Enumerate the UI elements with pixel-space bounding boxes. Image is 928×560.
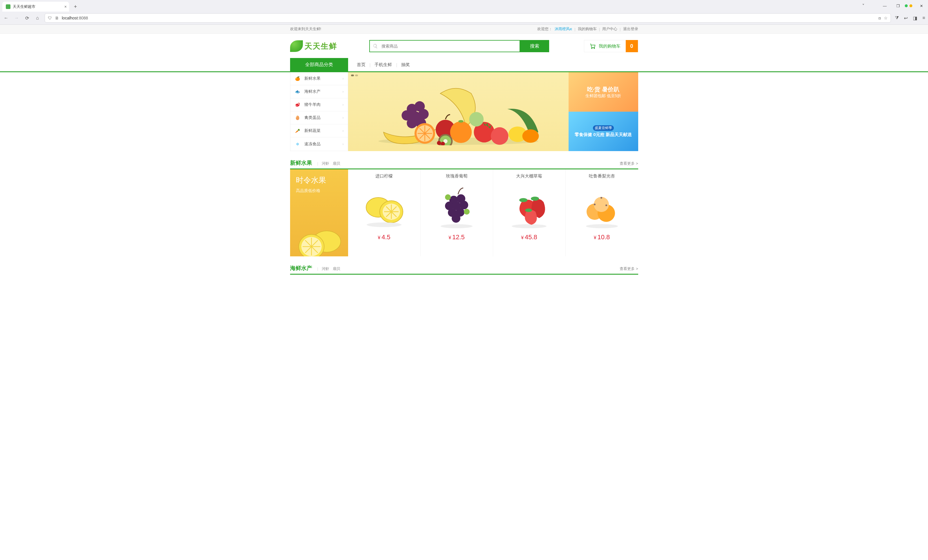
section-sub: | 河虾 扇贝 bbox=[317, 161, 340, 166]
tabs-dropdown-icon[interactable]: ˅ bbox=[860, 3, 867, 9]
chevron-right-icon: › bbox=[343, 103, 344, 107]
svg-point-64 bbox=[605, 204, 607, 206]
cart-button[interactable]: 我的购物车 bbox=[584, 43, 626, 49]
address-bar[interactable]: 🛡 🗎 localhost:8088 ⧈ ☆ bbox=[45, 13, 891, 23]
svg-point-1 bbox=[594, 48, 595, 49]
nav-reload-icon[interactable]: ⟳ bbox=[24, 15, 30, 21]
cart-count-badge: 0 bbox=[626, 40, 638, 52]
tab-title: 天天生鲜超市 bbox=[13, 4, 35, 9]
section-title: 新鲜水果 bbox=[290, 159, 312, 167]
svg-point-59 bbox=[586, 224, 618, 228]
tab-bar: 天天生鲜超市 × + ˅ — ❐ ✕ bbox=[0, 0, 928, 12]
search-icon bbox=[373, 44, 378, 49]
svg-point-8 bbox=[407, 118, 417, 128]
sep: | bbox=[574, 27, 575, 31]
window-minimize-button[interactable]: — bbox=[878, 0, 891, 12]
my-cart-link[interactable]: 我的购物车 bbox=[578, 26, 597, 32]
category-list: 🍊新鲜水果›🐟海鲜水产›🥩猪牛羊肉›🥚禽类蛋品›🥕新鲜蔬菜›❄速冻食品› bbox=[290, 72, 348, 151]
section-feature[interactable]: 时令水果 高品质低价格 bbox=[290, 169, 348, 256]
product-image bbox=[506, 184, 553, 230]
category-icon: 🐟 bbox=[295, 89, 301, 95]
section-seafood: 海鲜水产 | 河虾 扇贝 查看更多 > bbox=[290, 264, 638, 275]
svg-point-56 bbox=[519, 198, 527, 202]
utility-bar: 欢迎来到天天生鲜! 欢迎您： 沐雨橙风ιε | 我的购物车 | 用户中心 | 退… bbox=[0, 24, 928, 34]
svg-point-55 bbox=[512, 224, 546, 228]
cart-label: 我的购物车 bbox=[599, 44, 621, 49]
promo-top[interactable]: 吃·货 暑价趴 生鲜团包邮 低至5折 bbox=[569, 72, 638, 111]
sub-link[interactable]: 河虾 bbox=[322, 266, 329, 272]
category-icon: 🥕 bbox=[295, 128, 301, 134]
category-item[interactable]: 🥚禽类蛋品› bbox=[290, 111, 348, 124]
logout-link[interactable]: 退出登录 bbox=[623, 26, 638, 32]
window-indicator bbox=[905, 5, 915, 7]
section-sub: | 河虾 扇贝 bbox=[317, 266, 340, 272]
sub-link[interactable]: 扇贝 bbox=[333, 266, 340, 272]
svg-point-26 bbox=[522, 129, 539, 143]
user-center-link[interactable]: 用户中心 bbox=[602, 26, 617, 32]
view-more-link[interactable]: 查看更多 > bbox=[620, 161, 638, 166]
chevron-right-icon: › bbox=[343, 116, 344, 120]
svg-point-65 bbox=[600, 197, 602, 198]
hero-row: 🍊新鲜水果›🐟海鲜水产›🥩猪牛羊肉›🥚禽类蛋品›🥕新鲜蔬菜›❄速冻食品› bbox=[290, 72, 638, 151]
view-more-link[interactable]: 查看更多 > bbox=[620, 266, 638, 272]
username-link[interactable]: 沐雨橙风ιε bbox=[555, 26, 572, 32]
nav-home-icon[interactable]: ⌂ bbox=[34, 15, 41, 21]
nav-forward-icon[interactable]: → bbox=[13, 15, 20, 21]
category-icon: ❄ bbox=[295, 141, 301, 147]
page-info-icon: 🗎 bbox=[55, 16, 59, 20]
category-item[interactable]: 🍊新鲜水果› bbox=[290, 72, 348, 85]
undo-icon[interactable]: ↩ bbox=[904, 15, 908, 21]
sub-link[interactable]: 河虾 bbox=[322, 161, 329, 166]
browser-tab[interactable]: 天天生鲜超市 × bbox=[2, 2, 69, 12]
category-item[interactable]: 🥕新鲜蔬菜› bbox=[290, 124, 348, 137]
window-maximize-button[interactable]: ❐ bbox=[891, 0, 905, 12]
sep: | bbox=[599, 27, 600, 31]
menu-icon[interactable]: ≡ bbox=[922, 15, 925, 21]
search-button[interactable]: 搜索 bbox=[520, 40, 549, 52]
hero-banner[interactable] bbox=[348, 72, 569, 151]
nav-home[interactable]: 首页 bbox=[357, 62, 366, 67]
site-logo[interactable]: 天天生鲜 bbox=[290, 40, 337, 52]
svg-point-52 bbox=[452, 214, 460, 223]
sub-link[interactable]: 扇贝 bbox=[333, 161, 340, 166]
bookmark-icon[interactable]: ☆ bbox=[884, 16, 888, 20]
promo-bottom[interactable]: 盛夏尝鲜季 零食保健 0元抢 新品天天献送 bbox=[569, 111, 638, 151]
product-card[interactable]: 玫瑰香葡萄¥12.5 bbox=[421, 169, 493, 256]
utility-right: 欢迎您： 沐雨橙风ιε | 我的购物车 | 用户中心 | 退出登录 bbox=[537, 26, 638, 32]
product-name: 大兴大棚草莓 bbox=[516, 174, 542, 179]
extensions-icon[interactable]: ⧩ bbox=[895, 15, 899, 21]
product-image bbox=[433, 184, 480, 230]
nav-mobile[interactable]: 手机生鲜 bbox=[374, 62, 392, 67]
sep: | bbox=[317, 161, 318, 166]
category-item[interactable]: ❄速冻食品› bbox=[290, 137, 348, 151]
tab-close-icon[interactable]: × bbox=[64, 5, 67, 9]
all-categories-button[interactable]: 全部商品分类 bbox=[290, 58, 348, 71]
product-card[interactable]: 进口柠檬¥4.5 bbox=[348, 169, 421, 256]
category-item[interactable]: 🐟海鲜水产› bbox=[290, 85, 348, 98]
section-title: 海鲜水产 bbox=[290, 264, 312, 272]
carousel-dots[interactable] bbox=[351, 75, 358, 76]
section-fresh-fruit: 新鲜水果 | 河虾 扇贝 查看更多 > 时令水果 高品质低价格 bbox=[290, 159, 638, 256]
sep: | bbox=[396, 63, 397, 67]
url-port: :8088 bbox=[78, 16, 88, 20]
product-image bbox=[579, 184, 625, 230]
qr-icon[interactable]: ⧈ bbox=[878, 16, 881, 21]
category-label: 猪牛羊肉 bbox=[304, 102, 321, 107]
sidebar-icon[interactable]: ◨ bbox=[913, 15, 917, 21]
sep: | bbox=[317, 267, 318, 271]
product-card[interactable]: 吐鲁番梨光杏¥10.8 bbox=[566, 169, 638, 256]
product-price: ¥12.5 bbox=[449, 233, 465, 241]
svg-point-43 bbox=[367, 223, 401, 227]
window-close-button[interactable]: ✕ bbox=[915, 0, 928, 12]
welcome-text: 欢迎来到天天生鲜! bbox=[290, 26, 321, 32]
product-card[interactable]: 大兴大棚草莓¥45.8 bbox=[493, 169, 566, 256]
nav-back-icon[interactable]: ← bbox=[3, 15, 9, 21]
side-promos: 吃·货 暑价趴 生鲜团包邮 低至5折 盛夏尝鲜季 零食保健 0元抢 新品天天献送 bbox=[569, 72, 638, 151]
category-item[interactable]: 🥩猪牛羊肉› bbox=[290, 98, 348, 111]
category-label: 海鲜水产 bbox=[304, 89, 321, 94]
search-input[interactable] bbox=[369, 40, 520, 52]
new-tab-button[interactable]: + bbox=[71, 3, 79, 11]
site-header: 天天生鲜 搜索 我的购物车 0 bbox=[290, 34, 638, 58]
svg-point-57 bbox=[531, 197, 539, 201]
nav-lottery[interactable]: 抽奖 bbox=[401, 62, 410, 67]
